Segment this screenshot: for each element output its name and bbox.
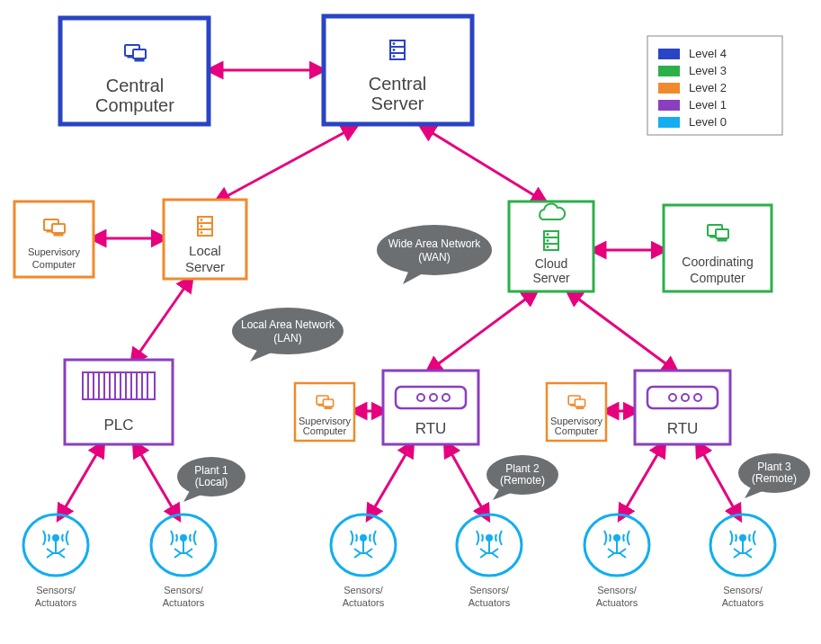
svg-rect-16 (658, 83, 680, 94)
svg-line-24 (135, 282, 189, 359)
svg-text:Wide Area Network: Wide Area Network (388, 237, 482, 250)
svg-text:Actuators: Actuators (343, 597, 385, 608)
sup-comp-1-label: Computer (32, 259, 76, 270)
supervisory-computer-2-node: Supervisory Computer (295, 383, 354, 441)
svg-text:Coordinating: Coordinating (682, 255, 753, 269)
plc-node: PLC (65, 360, 173, 444)
svg-text:(WAN): (WAN) (418, 251, 451, 264)
svg-text:Central: Central (106, 76, 164, 95)
svg-text:Actuators: Actuators (469, 597, 511, 608)
sup-comp-3-label: Computer (555, 425, 599, 436)
legend-label-3: Level 3 (689, 64, 727, 77)
svg-line-21 (425, 129, 541, 200)
svg-point-87 (377, 225, 492, 275)
svg-text:Actuators: Actuators (35, 597, 77, 608)
rtu-1-node: RTU (383, 371, 478, 444)
scada-diagram: Level 4 Level 3 Level 2 Level 1 Level 0 (0, 0, 821, 644)
svg-text:Supervisory: Supervisory (28, 246, 81, 257)
svg-text:(Remote): (Remote) (752, 472, 797, 485)
sensor-4-node (457, 514, 522, 576)
svg-text:Cloud: Cloud (535, 256, 568, 271)
svg-line-30 (137, 447, 176, 514)
supervisory-computer-1-node: Supervisory Computer (14, 201, 94, 277)
svg-rect-15 (658, 66, 680, 76)
rtu-2-node: RTU (635, 371, 730, 444)
supervisory-computer-3-node: Supervisory Computer (547, 383, 606, 441)
legend-label-4: Level 4 (689, 47, 727, 60)
legend-label-0: Level 0 (689, 115, 727, 129)
svg-text:Sensors/: Sensors/ (469, 585, 509, 595)
central-server-label: Server (371, 94, 424, 113)
rtu-2-label: RTU (667, 420, 699, 437)
legend: Level 4 Level 3 Level 2 Level 1 Level 0 (647, 36, 782, 135)
svg-text:Actuators: Actuators (722, 597, 764, 608)
svg-text:Plant 1: Plant 1 (194, 464, 228, 477)
cloud-server-node: Cloud Server (509, 201, 593, 291)
svg-text:Plant 3: Plant 3 (757, 461, 791, 473)
svg-point-90 (232, 308, 344, 354)
svg-text:Sensors/: Sensors/ (164, 585, 203, 595)
cloud-server-label: Server (532, 271, 570, 285)
coordinating-computer-node: Coordinating Computer (664, 205, 772, 291)
svg-line-32 (448, 447, 486, 514)
sensor-3-node (331, 514, 396, 576)
sensor-1-node (23, 514, 88, 576)
svg-line-31 (370, 447, 410, 514)
svg-text:Sensors/: Sensors/ (344, 585, 383, 595)
sensor-5-node (585, 514, 649, 576)
svg-line-20 (220, 129, 352, 200)
svg-text:(Remote): (Remote) (500, 474, 545, 487)
svg-text:Sensors/: Sensors/ (36, 585, 76, 595)
sensor-6-node (710, 514, 775, 576)
local-server-label: Server (185, 259, 225, 274)
svg-line-33 (622, 447, 662, 514)
svg-text:Local Area Network: Local Area Network (241, 318, 335, 331)
svg-text:Sensors/: Sensors/ (723, 585, 763, 595)
rtu-1-label: RTU (415, 420, 447, 437)
svg-text:Plant 2: Plant 2 (505, 462, 540, 475)
svg-text:Actuators: Actuators (163, 597, 205, 608)
plant1-bubble: Plant 1 (Local) (177, 457, 245, 502)
svg-rect-18 (658, 117, 680, 128)
legend-label-1: Level 1 (689, 98, 727, 112)
svg-line-26 (572, 294, 673, 369)
plant3-bubble: Plant 3 (Remote) (738, 453, 810, 498)
svg-line-29 (61, 447, 101, 514)
local-server-node: Local Server (164, 200, 246, 279)
coord-computer-label: Computer (690, 271, 745, 285)
legend-label-2: Level 2 (689, 81, 727, 94)
sup-comp-2-label: Computer (303, 425, 347, 436)
svg-text:(Local): (Local) (195, 476, 228, 488)
svg-text:Central: Central (369, 74, 426, 94)
svg-text:Local: Local (189, 243, 221, 258)
plc-label: PLC (103, 416, 133, 434)
central-server-node: Central Server (324, 16, 472, 124)
connections (61, 70, 737, 514)
svg-rect-14 (658, 49, 680, 59)
wan-bubble: Wide Area Network (WAN) (377, 225, 492, 284)
svg-rect-17 (658, 100, 680, 111)
lan-bubble: Local Area Network (LAN) (232, 308, 344, 362)
plant2-bubble: Plant 2 (Remote) (486, 455, 558, 500)
svg-text:Actuators: Actuators (596, 597, 638, 608)
svg-text:(LAN): (LAN) (273, 332, 301, 344)
svg-line-25 (432, 294, 532, 369)
central-computer-node: Central Computer (60, 18, 209, 124)
sensor-2-node (151, 514, 216, 576)
sensor-labels: Sensors/Actuators Sensors/Actuators Sens… (35, 585, 764, 608)
central-computer-label: Computer (95, 95, 174, 115)
svg-line-34 (700, 447, 737, 514)
svg-text:Sensors/: Sensors/ (597, 585, 637, 595)
